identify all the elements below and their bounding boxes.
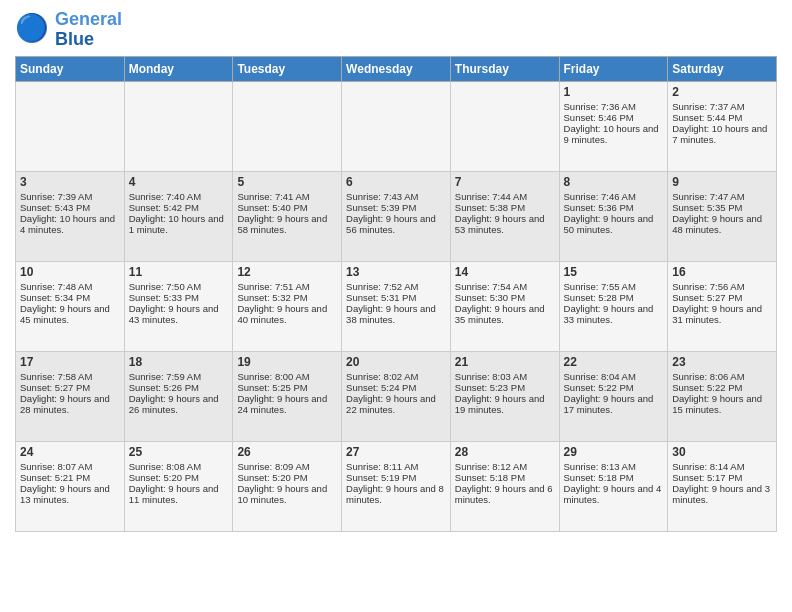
- day-number: 13: [346, 265, 446, 279]
- day-info: Sunset: 5:34 PM: [20, 292, 120, 303]
- day-info: Sunset: 5:20 PM: [237, 472, 337, 483]
- day-info: Sunrise: 7:40 AM: [129, 191, 229, 202]
- week-row-5: 24Sunrise: 8:07 AMSunset: 5:21 PMDayligh…: [16, 441, 777, 531]
- day-info: Sunrise: 8:13 AM: [564, 461, 664, 472]
- day-cell: 26Sunrise: 8:09 AMSunset: 5:20 PMDayligh…: [233, 441, 342, 531]
- day-info: Daylight: 9 hours and 31 minutes.: [672, 303, 772, 325]
- day-cell: 10Sunrise: 7:48 AMSunset: 5:34 PMDayligh…: [16, 261, 125, 351]
- day-number: 22: [564, 355, 664, 369]
- day-info: Sunrise: 7:59 AM: [129, 371, 229, 382]
- day-info: Sunrise: 7:37 AM: [672, 101, 772, 112]
- day-info: Sunrise: 8:02 AM: [346, 371, 446, 382]
- day-info: Sunrise: 8:11 AM: [346, 461, 446, 472]
- weekday-header-saturday: Saturday: [668, 56, 777, 81]
- day-number: 23: [672, 355, 772, 369]
- weekday-header-row: SundayMondayTuesdayWednesdayThursdayFrid…: [16, 56, 777, 81]
- day-info: Daylight: 9 hours and 53 minutes.: [455, 213, 555, 235]
- day-number: 10: [20, 265, 120, 279]
- day-info: Sunrise: 7:39 AM: [20, 191, 120, 202]
- day-cell: 1Sunrise: 7:36 AMSunset: 5:46 PMDaylight…: [559, 81, 668, 171]
- day-info: Daylight: 9 hours and 8 minutes.: [346, 483, 446, 505]
- day-info: Sunset: 5:38 PM: [455, 202, 555, 213]
- day-cell: 13Sunrise: 7:52 AMSunset: 5:31 PMDayligh…: [342, 261, 451, 351]
- day-cell: 6Sunrise: 7:43 AMSunset: 5:39 PMDaylight…: [342, 171, 451, 261]
- weekday-header-monday: Monday: [124, 56, 233, 81]
- day-number: 30: [672, 445, 772, 459]
- day-info: Sunrise: 8:06 AM: [672, 371, 772, 382]
- day-info: Sunset: 5:24 PM: [346, 382, 446, 393]
- day-info: Daylight: 9 hours and 48 minutes.: [672, 213, 772, 235]
- day-number: 2: [672, 85, 772, 99]
- day-info: Daylight: 9 hours and 38 minutes.: [346, 303, 446, 325]
- svg-text:🔵: 🔵: [15, 12, 49, 44]
- day-number: 1: [564, 85, 664, 99]
- day-number: 5: [237, 175, 337, 189]
- day-info: Sunrise: 7:51 AM: [237, 281, 337, 292]
- day-number: 18: [129, 355, 229, 369]
- day-info: Daylight: 9 hours and 43 minutes.: [129, 303, 229, 325]
- day-cell: 29Sunrise: 8:13 AMSunset: 5:18 PMDayligh…: [559, 441, 668, 531]
- day-info: Sunset: 5:22 PM: [672, 382, 772, 393]
- day-cell: 11Sunrise: 7:50 AMSunset: 5:33 PMDayligh…: [124, 261, 233, 351]
- day-info: Daylight: 9 hours and 50 minutes.: [564, 213, 664, 235]
- day-info: Sunrise: 8:14 AM: [672, 461, 772, 472]
- weekday-header-sunday: Sunday: [16, 56, 125, 81]
- day-number: 7: [455, 175, 555, 189]
- day-number: 8: [564, 175, 664, 189]
- day-info: Sunrise: 7:56 AM: [672, 281, 772, 292]
- day-info: Daylight: 10 hours and 7 minutes.: [672, 123, 772, 145]
- day-cell: 5Sunrise: 7:41 AMSunset: 5:40 PMDaylight…: [233, 171, 342, 261]
- day-cell: 27Sunrise: 8:11 AMSunset: 5:19 PMDayligh…: [342, 441, 451, 531]
- day-cell: 19Sunrise: 8:00 AMSunset: 5:25 PMDayligh…: [233, 351, 342, 441]
- day-info: Sunset: 5:23 PM: [455, 382, 555, 393]
- weekday-header-friday: Friday: [559, 56, 668, 81]
- day-info: Sunset: 5:35 PM: [672, 202, 772, 213]
- day-info: Daylight: 10 hours and 4 minutes.: [20, 213, 120, 235]
- day-info: Daylight: 9 hours and 4 minutes.: [564, 483, 664, 505]
- day-info: Daylight: 9 hours and 13 minutes.: [20, 483, 120, 505]
- day-cell: [16, 81, 125, 171]
- day-number: 14: [455, 265, 555, 279]
- day-cell: 25Sunrise: 8:08 AMSunset: 5:20 PMDayligh…: [124, 441, 233, 531]
- day-info: Sunset: 5:18 PM: [564, 472, 664, 483]
- day-number: 4: [129, 175, 229, 189]
- day-info: Sunrise: 7:36 AM: [564, 101, 664, 112]
- day-cell: 17Sunrise: 7:58 AMSunset: 5:27 PMDayligh…: [16, 351, 125, 441]
- day-info: Sunset: 5:43 PM: [20, 202, 120, 213]
- day-cell: 7Sunrise: 7:44 AMSunset: 5:38 PMDaylight…: [450, 171, 559, 261]
- day-cell: 24Sunrise: 8:07 AMSunset: 5:21 PMDayligh…: [16, 441, 125, 531]
- day-info: Sunrise: 8:09 AM: [237, 461, 337, 472]
- day-number: 6: [346, 175, 446, 189]
- day-info: Sunset: 5:20 PM: [129, 472, 229, 483]
- day-info: Daylight: 10 hours and 1 minute.: [129, 213, 229, 235]
- day-info: Sunset: 5:31 PM: [346, 292, 446, 303]
- day-info: Sunrise: 7:48 AM: [20, 281, 120, 292]
- day-info: Daylight: 9 hours and 11 minutes.: [129, 483, 229, 505]
- day-cell: 20Sunrise: 8:02 AMSunset: 5:24 PMDayligh…: [342, 351, 451, 441]
- day-info: Sunrise: 8:00 AM: [237, 371, 337, 382]
- day-info: Daylight: 9 hours and 3 minutes.: [672, 483, 772, 505]
- day-info: Sunset: 5:32 PM: [237, 292, 337, 303]
- day-info: Sunset: 5:28 PM: [564, 292, 664, 303]
- day-info: Daylight: 9 hours and 45 minutes.: [20, 303, 120, 325]
- day-number: 25: [129, 445, 229, 459]
- day-info: Sunset: 5:17 PM: [672, 472, 772, 483]
- day-info: Daylight: 9 hours and 19 minutes.: [455, 393, 555, 415]
- day-number: 20: [346, 355, 446, 369]
- day-info: Sunset: 5:39 PM: [346, 202, 446, 213]
- day-cell: [124, 81, 233, 171]
- day-info: Sunset: 5:21 PM: [20, 472, 120, 483]
- day-number: 28: [455, 445, 555, 459]
- day-cell: 12Sunrise: 7:51 AMSunset: 5:32 PMDayligh…: [233, 261, 342, 351]
- day-info: Sunset: 5:22 PM: [564, 382, 664, 393]
- day-info: Sunset: 5:26 PM: [129, 382, 229, 393]
- day-info: Sunrise: 7:54 AM: [455, 281, 555, 292]
- header: 🔵 GeneralBlue: [15, 10, 777, 50]
- day-number: 15: [564, 265, 664, 279]
- day-cell: [342, 81, 451, 171]
- day-info: Daylight: 9 hours and 24 minutes.: [237, 393, 337, 415]
- day-number: 21: [455, 355, 555, 369]
- day-cell: 23Sunrise: 8:06 AMSunset: 5:22 PMDayligh…: [668, 351, 777, 441]
- day-info: Sunrise: 8:07 AM: [20, 461, 120, 472]
- calendar-table: SundayMondayTuesdayWednesdayThursdayFrid…: [15, 56, 777, 532]
